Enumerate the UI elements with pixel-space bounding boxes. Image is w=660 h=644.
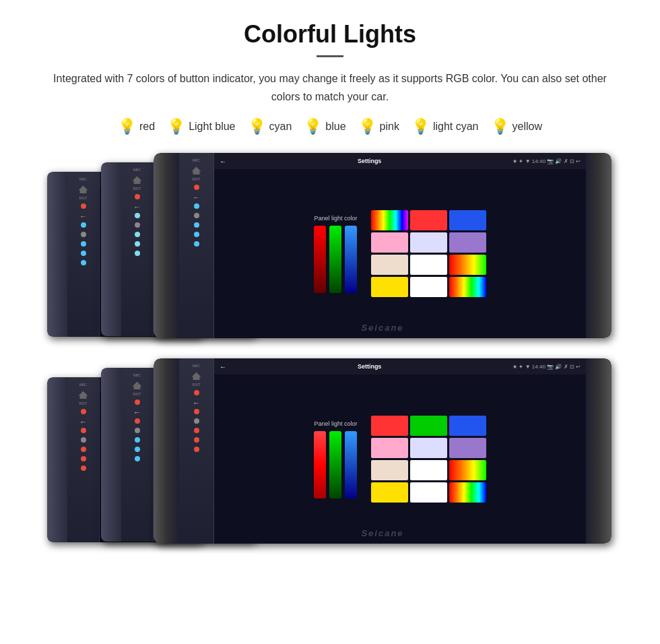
- color-item-cyan: 💡 cyan: [248, 119, 292, 134]
- b-swatch-red: [371, 416, 408, 436]
- bunit3-status: ← Settings ★ ✦ ▼ 14:40 📷 🔊 ✗ ⊡ ↩: [214, 358, 586, 375]
- unit2-side-panel: MIC RST ←: [121, 162, 154, 336]
- swatch-white2: [410, 277, 447, 297]
- top-unit-3: MIC RST ← ← Settings ★ ✦ ▼ 14:40 📷 🔊: [154, 153, 612, 338]
- top-device-group: MIC RST ←: [47, 153, 613, 345]
- unit1-ind6: [81, 260, 86, 265]
- unit1-ind5: [81, 251, 86, 256]
- top-devices-container: MIC RST ←: [47, 153, 613, 550]
- unit3-main: Panel light color: [214, 169, 586, 338]
- bunit1-ind4: [81, 447, 86, 452]
- bunit3-side-panel: MIC RST ←: [179, 358, 214, 544]
- color-item-lightblue: 💡 Light blue: [167, 119, 235, 134]
- cyan-bulb-icon: 💡: [248, 119, 266, 134]
- page-title: Colorful Lights: [27, 20, 633, 49]
- color-list: 💡 red 💡 Light blue 💡 cyan 💡 blue 💡 pink …: [27, 119, 633, 134]
- color-item-red: 💡 red: [118, 119, 155, 134]
- swatch-white: [410, 255, 447, 275]
- unit3-power-dot: [194, 185, 199, 190]
- unit1-mic-label: MIC: [79, 177, 87, 181]
- rgb-bars-group: [314, 226, 357, 293]
- unit3-mic-label: MIC: [193, 158, 200, 162]
- color-item-yellow: 💡 yellow: [491, 119, 542, 134]
- swatch-rainbow: [371, 210, 408, 230]
- bunit3-settings-title: Settings: [358, 363, 382, 370]
- color-label-pink: pink: [380, 121, 399, 133]
- b-swatch-blue: [449, 416, 486, 436]
- bunit3-home-icon: [192, 372, 201, 380]
- b-swatch-green: [410, 416, 447, 436]
- bunit3-power-dot: [194, 390, 199, 395]
- bunit3-screen: ← Settings ★ ✦ ▼ 14:40 📷 🔊 ✗ ⊡ ↩ Panel l…: [214, 358, 586, 544]
- unit2-rst-label: RST: [133, 187, 141, 191]
- panel-light-section: Panel light color: [314, 215, 357, 293]
- unit2-ind4: [135, 232, 140, 237]
- bunit1-ind3: [81, 437, 86, 443]
- color-label-lightblue: Light blue: [189, 121, 235, 133]
- color-item-blue: 💡 blue: [304, 119, 345, 134]
- color-label-cyan: cyan: [269, 121, 292, 133]
- unit1-curve-left: [47, 172, 67, 337]
- bottom-device-group: MIC RST ←: [47, 358, 613, 550]
- bunit3-ind4: [194, 428, 199, 433]
- bunit3-ind5: [194, 437, 199, 443]
- unit1-ind4: [81, 241, 86, 247]
- title-section: Colorful Lights Integrated with 7 colors…: [27, 20, 633, 106]
- red-bulb-icon: 💡: [118, 119, 136, 134]
- title-divider: [317, 55, 343, 57]
- unit1-side-panel: MIC RST ←: [67, 172, 100, 337]
- swatch-purple: [449, 232, 486, 253]
- unit3-ind2: [194, 203, 199, 209]
- b-red-bar: [314, 431, 326, 498]
- bunit3-main: Panel light color: [214, 375, 586, 544]
- swatch-lavender: [410, 232, 447, 253]
- unit1-back-icon: ←: [79, 212, 88, 219]
- unit2-ind5: [135, 241, 140, 247]
- bunit2-side-panel: MIC RST ←: [121, 368, 154, 542]
- unit3-curve-left: [154, 153, 179, 338]
- color-item-pink: 💡 pink: [358, 119, 399, 134]
- bunit2-curve-left: [101, 368, 121, 542]
- description-text: Integrated with 7 colors of button indic…: [40, 69, 620, 106]
- b-rgb-bars-group: [314, 431, 357, 498]
- bunit3-mic-label: MIC: [193, 364, 200, 368]
- unit3-curve-right: [586, 153, 612, 338]
- bunit1-power-dot: [81, 409, 86, 414]
- swatch-cream: [371, 255, 408, 275]
- bunit3-curve-right: [586, 358, 612, 544]
- b-swatch-rainbow2: [449, 460, 486, 480]
- b-swatch-pink-light: [371, 438, 408, 458]
- unit3-ind5: [194, 232, 199, 237]
- swatch-blue: [449, 210, 486, 230]
- bunit2-ind5: [135, 447, 140, 452]
- swatch-yellow: [371, 277, 408, 297]
- swatch-pink-light: [371, 232, 408, 253]
- unit3-home-icon: [192, 166, 201, 174]
- b-swatch-purple: [449, 438, 486, 458]
- color-label-blue: blue: [325, 121, 345, 133]
- bottom-unit-3: MIC RST ← ← Settings ★ ✦ ▼ 14:40 📷 🔊: [154, 358, 612, 544]
- pink-bulb-icon: 💡: [358, 119, 376, 134]
- b-swatch-yellow: [371, 482, 408, 503]
- bunit2-ind4: [135, 437, 140, 443]
- unit2-mic-label: MIC: [133, 168, 141, 172]
- bunit1-mic-label: MIC: [79, 383, 87, 387]
- unit2-home-icon: [133, 176, 142, 184]
- b-blue-bar: [345, 431, 357, 498]
- bunit2-home-icon: [133, 381, 142, 389]
- b-panel-light-label: Panel light color: [314, 420, 357, 427]
- bunit1-ind5: [81, 456, 86, 461]
- unit2-ind2: [135, 213, 140, 218]
- color-label-red: red: [139, 121, 155, 133]
- b-swatch-cream: [371, 460, 408, 480]
- bunit1-home-icon: [79, 391, 88, 399]
- lightblue-bulb-icon: 💡: [167, 119, 185, 134]
- red-bar: [314, 226, 326, 293]
- bunit1-side-panel: MIC RST ←: [67, 377, 100, 542]
- bunit2-ind6: [135, 456, 140, 461]
- b-green-bar: [329, 431, 341, 498]
- b-swatch-white: [410, 460, 447, 480]
- b-swatch-white2: [410, 482, 447, 503]
- bunit1-curve-left: [47, 377, 67, 542]
- unit1-rst-label: RST: [79, 196, 88, 200]
